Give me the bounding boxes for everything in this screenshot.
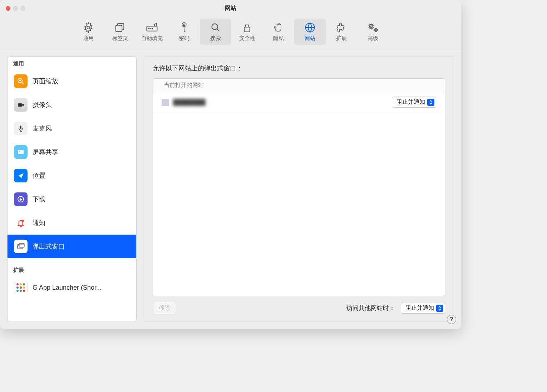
toolbar-search[interactable]: 搜索 (200, 19, 231, 45)
svg-point-19 (21, 220, 24, 222)
websites-table: 当前打开的网站 ████████ 阻止并通知 (153, 78, 445, 296)
svg-point-11 (370, 26, 372, 28)
bottom-row: 移除 访问其他网站时： 阻止并通知 (153, 302, 445, 314)
dropdown-value: 阻止并通知 (396, 98, 425, 106)
sidebar-item-camera[interactable]: 摄像头 (8, 93, 136, 117)
other-sites-dropdown[interactable]: 阻止并通知 (401, 303, 445, 314)
sidebar-item-label: 页面缩放 (33, 77, 58, 85)
sidebar-item-label: 下载 (33, 195, 45, 204)
svg-rect-1 (116, 25, 122, 32)
sidebar-item-popup-windows[interactable]: 弹出式窗口 (8, 235, 136, 258)
sidebar-section-general: 通用 (8, 57, 136, 69)
content-area: 通用 页面缩放 摄像头 麦克风 (0, 49, 461, 329)
globe-icon (304, 21, 316, 34)
sidebar-section-extensions: 扩展 (8, 263, 136, 276)
sidebar-item-screen-sharing[interactable]: 屏幕共享 (8, 140, 136, 164)
minimize-button[interactable] (13, 6, 18, 11)
svg-point-0 (87, 26, 90, 29)
table-header: 当前打开的网站 (153, 79, 445, 92)
remove-button[interactable]: 移除 (153, 302, 176, 314)
lock-icon (241, 21, 253, 34)
preferences-window: 网站 通用 标签页 自动填充 密码 (0, 0, 461, 329)
toolbar-autofill[interactable]: 自动填充 (135, 19, 168, 45)
gear-icon (82, 21, 94, 34)
site-favicon (162, 99, 169, 106)
sidebar-item-label: G App Launcher (Shor... (33, 284, 102, 291)
mic-icon (14, 122, 28, 135)
svg-rect-17 (19, 151, 20, 152)
close-button[interactable] (6, 6, 10, 11)
toolbar-security[interactable]: 安全性 (231, 19, 263, 45)
toolbar-label: 网站 (305, 35, 315, 42)
sidebar-item-label: 弹出式窗口 (33, 242, 65, 251)
sidebar-item-notifications[interactable]: 通知 (8, 211, 136, 235)
toolbar-advanced[interactable]: 高级 (357, 19, 389, 45)
sidebar: 通用 页面缩放 摄像头 麦克风 (7, 57, 137, 322)
site-name: ████████ (173, 99, 388, 106)
svg-point-6 (182, 23, 186, 27)
svg-point-7 (183, 24, 185, 26)
main-heading: 允许以下网站上的弹出式窗口： (153, 64, 445, 73)
titlebar: 网站 (0, 0, 461, 16)
toolbar-privacy[interactable]: 隐私 (263, 19, 294, 45)
puzzle-icon (335, 21, 348, 34)
main-panel: 允许以下网站上的弹出式窗口： 当前打开的网站 ████████ 阻止并通知 移除 (144, 57, 454, 322)
toolbar-extensions[interactable]: 扩展 (326, 19, 357, 45)
updown-arrows-icon (427, 99, 434, 106)
svg-rect-15 (20, 126, 21, 129)
sidebar-item-microphone[interactable]: 麦克风 (8, 117, 136, 140)
maximize-button[interactable] (21, 6, 25, 11)
sidebar-item-page-zoom[interactable]: 页面缩放 (8, 69, 136, 93)
toolbar-label: 自动填充 (141, 35, 163, 42)
svg-point-3 (148, 28, 149, 29)
sidebar-item-label: 麦克风 (33, 124, 52, 133)
sidebar-item-g-app-launcher[interactable]: G App Launcher (Shor... (8, 276, 136, 299)
svg-rect-9 (244, 27, 250, 32)
search-icon (210, 21, 222, 34)
sidebar-item-label: 位置 (33, 171, 45, 180)
toolbar-general[interactable]: 通用 (73, 19, 104, 45)
table-row[interactable]: ████████ 阻止并通知 (153, 92, 445, 112)
toolbar-label: 隐私 (273, 35, 284, 42)
sidebar-item-label: 摄像头 (33, 101, 52, 109)
popup-window-icon (14, 240, 28, 253)
notification-icon (14, 216, 28, 230)
sidebar-item-downloads[interactable]: 下载 (8, 187, 136, 211)
help-button[interactable]: ? (447, 315, 456, 324)
screen-share-icon (14, 145, 28, 159)
toolbar-label: 扩展 (336, 35, 347, 42)
toolbar-label: 通用 (83, 35, 94, 42)
hand-icon (272, 21, 285, 34)
key-icon (178, 21, 190, 34)
toolbar-label: 安全性 (239, 35, 255, 42)
sidebar-item-location[interactable]: 位置 (8, 164, 136, 187)
toolbar: 通用 标签页 自动填充 密码 搜索 (0, 16, 461, 49)
other-sites-group: 访问其他网站时： 阻止并通知 (346, 303, 445, 314)
sidebar-item-label: 通知 (33, 219, 45, 227)
toolbar-label: 标签页 (112, 35, 128, 42)
zoom-icon (14, 74, 28, 88)
window-title: 网站 (6, 5, 455, 12)
svg-rect-14 (18, 103, 22, 107)
toolbar-label: 高级 (368, 35, 378, 42)
site-option-dropdown[interactable]: 阻止并通知 (392, 97, 436, 108)
tabs-icon (114, 21, 126, 34)
location-icon (14, 169, 28, 182)
camera-icon (14, 98, 28, 112)
autofill-icon (146, 21, 158, 34)
sidebar-item-label: 屏幕共享 (33, 148, 58, 156)
traffic-lights (6, 6, 25, 11)
toolbar-websites[interactable]: 网站 (294, 19, 326, 45)
svg-point-4 (150, 28, 151, 29)
toolbar-tabs[interactable]: 标签页 (104, 19, 135, 45)
updown-arrows-icon (436, 305, 443, 312)
svg-rect-23 (19, 243, 24, 244)
toolbar-label: 搜索 (210, 35, 221, 42)
svg-point-5 (152, 28, 153, 29)
gears-icon (367, 21, 379, 34)
toolbar-passwords[interactable]: 密码 (168, 19, 200, 45)
dropdown-value: 阻止并通知 (405, 304, 434, 312)
download-icon (14, 192, 28, 206)
toolbar-label: 密码 (179, 35, 189, 42)
svg-point-12 (375, 29, 377, 31)
